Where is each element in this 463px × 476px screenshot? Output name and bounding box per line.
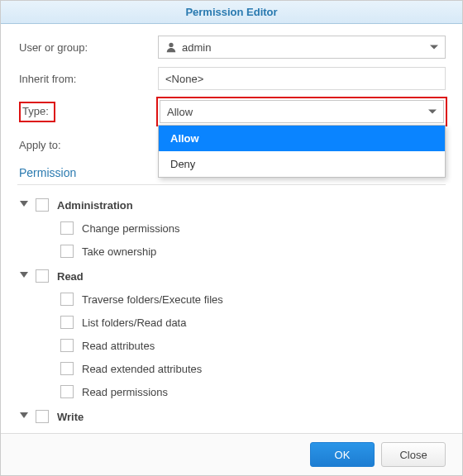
close-button[interactable]: Close xyxy=(381,442,446,467)
field-type: Allow Allow Deny xyxy=(158,98,446,125)
children-administration: Change permissions Take ownership xyxy=(42,217,446,263)
tree-label-list: List folders/Read data xyxy=(82,317,186,329)
tree-row-take-ownership: Take ownership xyxy=(42,240,446,263)
tree-row-perms: Read permissions xyxy=(42,380,446,403)
checkbox-extattrs[interactable] xyxy=(60,362,74,375)
row-user: User or group: admin xyxy=(17,36,446,59)
tree-label-write: Write xyxy=(57,411,84,423)
inherit-dropdown-value: <None> xyxy=(165,73,203,85)
window-title: Permission Editor xyxy=(185,6,277,18)
checkbox-write[interactable] xyxy=(36,410,49,423)
tree-group-write: Write Create files/Write data xyxy=(19,405,446,433)
ok-button[interactable]: OK xyxy=(310,442,375,467)
tree-label-take-ownership: Take ownership xyxy=(82,245,156,258)
user-icon xyxy=(165,41,177,53)
tree-label-change-permissions: Change permissions xyxy=(82,222,180,235)
tree-group-read: Read Traverse folders/Execute files List… xyxy=(19,264,446,403)
type-dropdown-value: Allow xyxy=(167,106,193,118)
permission-tree: Administration Change permissions Take o… xyxy=(19,193,446,433)
type-dropdown-panel: Allow Deny xyxy=(158,125,446,178)
user-dropdown[interactable]: admin xyxy=(158,36,446,59)
children-write: Create files/Write data xyxy=(42,428,446,433)
type-option-allow[interactable]: Allow xyxy=(159,126,445,151)
permission-editor-window: Permission Editor User or group: admin I… xyxy=(0,0,463,476)
tree-row-attrs: Read attributes xyxy=(42,334,446,357)
footer: OK Close xyxy=(1,433,462,475)
tree-row-read: Read xyxy=(19,264,446,288)
user-dropdown-value: admin xyxy=(182,41,211,54)
checkbox-attrs[interactable] xyxy=(60,339,74,352)
label-type: Type: xyxy=(19,102,55,122)
svg-marker-2 xyxy=(20,272,28,278)
svg-marker-3 xyxy=(20,412,28,418)
inherit-dropdown[interactable]: <None> xyxy=(158,67,446,90)
row-type: Type: Allow Allow Deny xyxy=(17,98,446,125)
tree-label-traverse: Traverse folders/Execute files xyxy=(82,293,223,306)
label-apply: Apply to: xyxy=(17,139,158,151)
type-highlight-box: Allow Allow Deny xyxy=(156,97,447,126)
divider xyxy=(17,184,446,185)
checkbox-perms[interactable] xyxy=(60,385,74,398)
chevron-down-icon xyxy=(428,110,437,114)
svg-marker-1 xyxy=(20,201,28,207)
field-inherit: <None> xyxy=(158,67,446,90)
checkbox-traverse[interactable] xyxy=(60,293,74,306)
checkbox-change-permissions[interactable] xyxy=(60,221,74,235)
label-inherit: Inherit from: xyxy=(17,73,158,85)
tree-row-change-permissions: Change permissions xyxy=(42,217,446,240)
collapse-icon[interactable] xyxy=(19,271,29,281)
chevron-down-icon xyxy=(430,45,438,50)
tree-row-extattrs: Read extended attributes xyxy=(42,357,446,380)
tree-row-write: Write xyxy=(19,405,446,428)
checkbox-list[interactable] xyxy=(60,316,74,329)
svg-point-0 xyxy=(169,43,173,47)
checkbox-take-ownership[interactable] xyxy=(60,245,74,258)
collapse-icon[interactable] xyxy=(19,200,29,210)
titlebar: Permission Editor xyxy=(1,1,462,24)
tree-row-traverse: Traverse folders/Execute files xyxy=(42,288,446,311)
tree-label-extattrs: Read extended attributes xyxy=(82,363,202,375)
tree-label-perms: Read permissions xyxy=(82,386,168,398)
tree-row-create: Create files/Write data xyxy=(42,428,446,433)
content-area: User or group: admin Inherit from: <None… xyxy=(1,24,462,433)
label-user: User or group: xyxy=(17,41,158,54)
tree-row-administration: Administration xyxy=(19,193,446,217)
children-read: Traverse folders/Execute files List fold… xyxy=(42,288,446,403)
tree-group-administration: Administration Change permissions Take o… xyxy=(19,193,446,263)
checkbox-read[interactable] xyxy=(36,269,49,283)
tree-label-administration: Administration xyxy=(57,199,133,212)
label-type-wrap: Type: xyxy=(17,102,158,122)
checkbox-administration[interactable] xyxy=(36,198,49,212)
tree-label-attrs: Read attributes xyxy=(82,340,155,352)
type-option-deny[interactable]: Deny xyxy=(159,151,445,177)
type-dropdown[interactable]: Allow xyxy=(160,100,444,123)
row-inherit: Inherit from: <None> xyxy=(17,67,446,90)
tree-label-read: Read xyxy=(57,270,84,283)
tree-row-list: List folders/Read data xyxy=(42,311,446,334)
collapse-icon[interactable] xyxy=(19,412,29,421)
field-user: admin xyxy=(158,36,446,59)
